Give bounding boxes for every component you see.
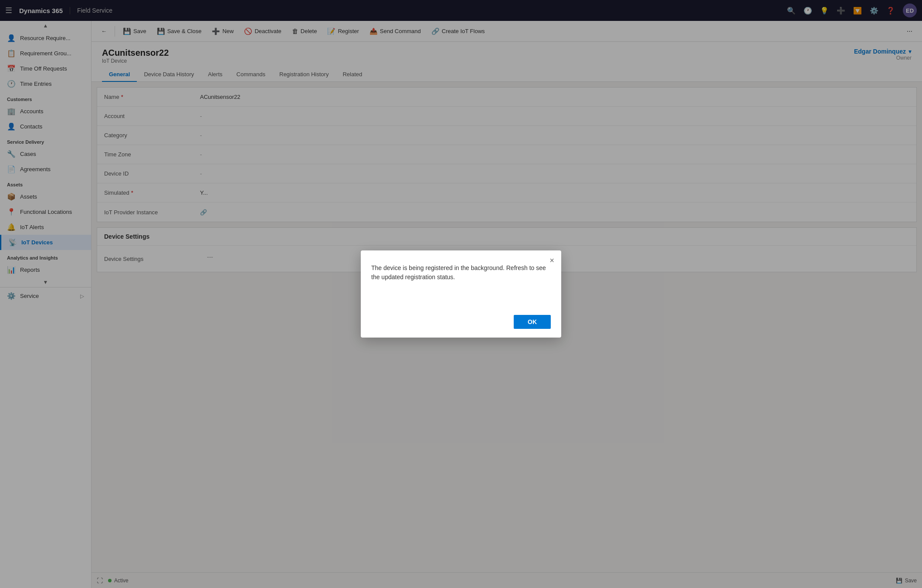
modal-close-button[interactable]: × — [549, 257, 554, 264]
modal-ok-button[interactable]: OK — [514, 315, 551, 329]
modal-footer: OK — [371, 315, 551, 329]
modal-body: The device is being registered in the ba… — [371, 259, 551, 315]
modal-overlay: × The device is being registered in the … — [0, 0, 922, 588]
modal-dialog: × The device is being registered in the … — [361, 250, 561, 338]
